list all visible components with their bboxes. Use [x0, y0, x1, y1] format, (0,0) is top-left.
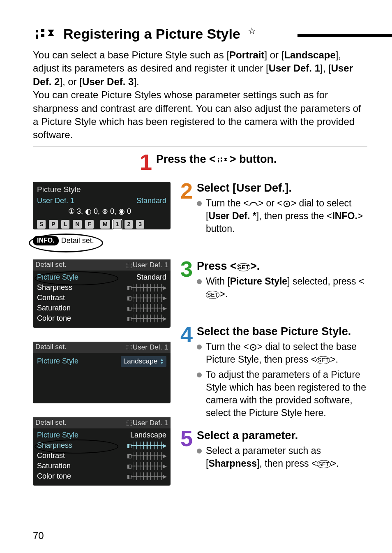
svg-rect-7 [221, 160, 222, 162]
lcd2-header-right: ⬚User Def. 1 [126, 261, 168, 269]
main-dial-icon [249, 200, 258, 208]
step-3: 3 Press <SET>. With [Picture Style] sele… [180, 260, 367, 301]
step-5-head: Select a parameter. [197, 429, 367, 442]
lcd2-rows: Picture StyleStandardSharpness◧┼┼┼┼╂┼┼┼┼… [33, 271, 171, 328]
lcd-row: Color tone◧┼┼┼┼╂┼┼┼┼▶ [37, 471, 166, 481]
svg-rect-2 [41, 29, 44, 32]
lcd1-badge: 3 [136, 220, 144, 229]
step-2-bullet-1: Turn the <> or <> dial to select [User D… [197, 197, 367, 235]
page-number: 70 [33, 530, 44, 541]
lcd4-rows: Picture StyleLandscapeSharpness◧┼┼┼┼╂┼┼┼… [33, 428, 171, 486]
picture-style-icon [216, 156, 230, 164]
step-3-head: Press <SET>. [197, 260, 367, 273]
step-5-bullet-1: Select a parameter such as [Sharpness], … [197, 444, 367, 470]
lcd4-header-left: Detail set. [35, 419, 67, 427]
lcd4-header-right: ⬚User Def. 1 [126, 419, 168, 427]
lcd-row: Saturation◧┼┼┼┼╂┼┼┼┼▶ [37, 461, 166, 471]
lcd1-params: ① 3, ◐ 0, ⊗ 0, ◉ 0 [68, 207, 131, 215]
step-2: 2 Select [User Def.]. Turn the <> or <> … [180, 182, 367, 235]
lcd-detail-set-1: Detail set. ⬚User Def. 1 Picture StyleSt… [33, 259, 171, 328]
step-4-head: Select the base Picture Style. [197, 325, 367, 338]
lcd3-spinner: Landscape ▲▼ [121, 356, 166, 367]
intro-text: You can select a base Picture Style such… [33, 49, 367, 142]
step-1: 1 Press the <> button. [140, 153, 367, 172]
step-1-head: Press the <> button. [156, 153, 367, 166]
lcd-row: Color tone◧┼┼┼┼╂┼┼┼┼▶ [37, 313, 166, 324]
lcd3-header-left: Detail set. [35, 343, 67, 352]
step-2-head: Select [User Def.]. [197, 182, 367, 194]
step-number-3: 3 [180, 260, 193, 279]
step-number-2: 2 [180, 182, 193, 201]
step-number-5: 5 [180, 429, 193, 448]
lcd1-user: User Def. 1 [37, 197, 74, 205]
quick-dial-icon [249, 344, 257, 351]
step-number-1: 1 [140, 153, 152, 172]
svg-point-4 [218, 158, 219, 159]
divider [33, 146, 367, 146]
page-title-row: Registering a Picture Style ☆ [33, 25, 367, 43]
svg-point-9 [286, 203, 288, 205]
step-5: 5 Select a parameter. Select a parameter… [180, 429, 367, 470]
step-number-4: 4 [180, 325, 193, 344]
lcd3-header-right: ⬚User Def. 1 [126, 343, 168, 352]
step-4-bullet-2: To adjust the parameters of a Picture St… [197, 368, 367, 419]
step-4-bullet-1: Turn the <> dial to select the base Pict… [197, 340, 367, 366]
svg-rect-3 [41, 34, 44, 37]
lcd1-badges: SPLNFM123 [37, 220, 166, 229]
lcd-detail-set-3: Detail set. ⬚User Def. 1 Picture StyleLa… [33, 417, 171, 486]
lcd1-badge: M [100, 220, 110, 229]
lcd-detail-set-2: Detail set. ⬚User Def. 1 Picture Style L… [33, 342, 171, 403]
lcd-row: Contrast◧┼┼┼┼╂┼┼┼┼▶ [37, 293, 166, 303]
lcd1-info-pill: INFO. Detail set. [33, 236, 94, 245]
lcd1-badge: F [85, 220, 94, 229]
svg-rect-1 [36, 35, 38, 39]
svg-point-11 [252, 347, 254, 348]
lcd3-row: Picture Style Landscape ▲▼ [37, 355, 166, 368]
picture-style-icon [33, 25, 58, 43]
svg-rect-6 [221, 157, 222, 159]
lcd2-header-left: Detail set. [35, 261, 67, 269]
lcd-row: Saturation◧┼┼┼┼╂┼┼┼┼▶ [37, 303, 166, 313]
info-text: Detail set. [61, 236, 94, 245]
title-rule [297, 34, 392, 37]
lcd-picture-style: Picture Style User Def. 1 Standard ① 3, … [33, 182, 171, 245]
title-star-icon: ☆ [248, 26, 256, 37]
lcd1-badge: 2 [125, 220, 133, 229]
lcd1-user-value: Standard [136, 197, 166, 205]
info-badge: INFO. [33, 236, 59, 245]
lcd1-badge: N [73, 220, 82, 229]
lcd1-badge: S [37, 220, 46, 229]
lcd-row: Sharpness◧┼┼┼┼╂┼┼┼┼▶ [37, 440, 166, 451]
svg-rect-5 [218, 160, 219, 162]
svg-point-0 [36, 30, 38, 32]
step-4: 4 Select the base Picture Style. Turn th… [180, 325, 367, 419]
quick-dial-icon [283, 200, 291, 208]
lcd1-badge: P [49, 220, 58, 229]
page-title: Registering a Picture Style [63, 26, 240, 42]
lcd-row: Picture StyleStandard [37, 272, 166, 282]
lcd1-badge: 1 [113, 220, 122, 229]
lcd-row: Picture StyleLandscape [37, 430, 166, 440]
step-3-bullet-1: With [Picture Style] selected, press <SE… [197, 275, 367, 301]
lcd1-badge: L [61, 220, 70, 229]
lcd1-title: Picture Style [37, 185, 166, 194]
